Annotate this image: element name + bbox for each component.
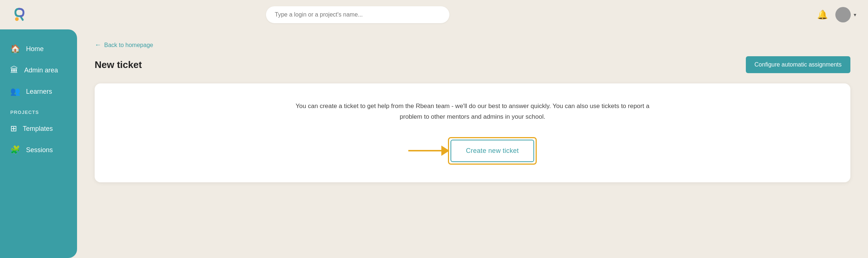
sidebar-item-label: Home bbox=[26, 45, 44, 53]
sidebar-item-label: Learners bbox=[26, 88, 52, 96]
sidebar-item-templates[interactable]: ⊞ Templates bbox=[0, 118, 77, 139]
page-title: New ticket bbox=[95, 59, 142, 71]
configure-assignments-button[interactable]: Configure automatic assignments bbox=[746, 56, 850, 73]
search-bar[interactable] bbox=[266, 6, 449, 23]
home-icon: 🏠 bbox=[10, 44, 20, 54]
logo bbox=[12, 5, 78, 24]
templates-icon: ⊞ bbox=[10, 124, 17, 133]
sidebar-item-home[interactable]: 🏠 Home bbox=[0, 38, 77, 60]
search-input[interactable] bbox=[266, 6, 449, 23]
ticket-description: You can create a ticket to get help from… bbox=[289, 101, 656, 122]
sidebar-item-label: Templates bbox=[23, 125, 53, 133]
sidebar-item-sessions[interactable]: 🧩 Sessions bbox=[0, 139, 77, 161]
sidebar-item-learners[interactable]: 👥 Learners bbox=[0, 81, 77, 102]
sidebar: 🏠 Home 🏛 Admin area 👥 Learners PROJECTS … bbox=[0, 29, 77, 258]
learners-icon: 👥 bbox=[10, 87, 20, 96]
back-arrow-icon: ← bbox=[95, 41, 101, 49]
main-content: ← Back to homepage New ticket Configure … bbox=[77, 29, 868, 258]
main-layout: 🏠 Home 🏛 Admin area 👥 Learners PROJECTS … bbox=[0, 29, 868, 258]
avatar[interactable] bbox=[835, 7, 851, 22]
notification-bell-icon[interactable]: 🔔 bbox=[817, 10, 828, 20]
projects-section-label: PROJECTS bbox=[0, 102, 77, 118]
create-ticket-button-wrapper: Create new ticket bbox=[448, 137, 537, 165]
sidebar-item-label: Admin area bbox=[24, 67, 58, 74]
sidebar-item-label: Sessions bbox=[26, 146, 53, 154]
avatar-chevron-icon[interactable]: ▾ bbox=[854, 12, 856, 18]
back-to-homepage-link[interactable]: ← Back to homepage bbox=[95, 41, 850, 49]
create-ticket-row: Create new ticket bbox=[408, 137, 537, 165]
svg-point-0 bbox=[15, 17, 19, 21]
create-new-ticket-button[interactable]: Create new ticket bbox=[451, 140, 534, 162]
admin-icon: 🏛 bbox=[10, 65, 18, 75]
topbar: 🔔 ▾ bbox=[0, 0, 868, 29]
arrow-shaft bbox=[408, 150, 441, 151]
sessions-icon: 🧩 bbox=[10, 145, 20, 155]
topbar-right: 🔔 ▾ bbox=[817, 7, 856, 22]
back-link-label: Back to homepage bbox=[104, 42, 153, 49]
logo-icon bbox=[12, 5, 31, 24]
ticket-card: You can create a ticket to get help from… bbox=[95, 83, 850, 182]
sidebar-item-admin[interactable]: 🏛 Admin area bbox=[0, 60, 77, 81]
page-title-row: New ticket Configure automatic assignmen… bbox=[95, 56, 850, 73]
arrow-indicator bbox=[408, 146, 449, 156]
